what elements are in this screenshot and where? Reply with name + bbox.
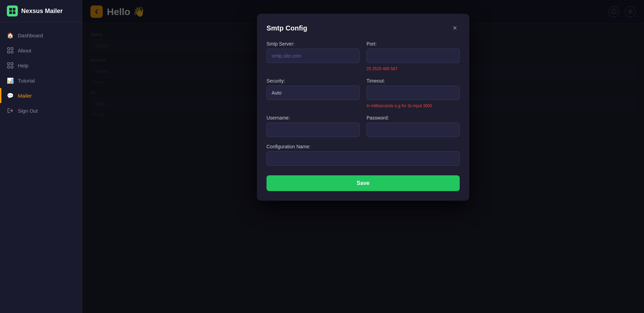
timeout-hint: In milliseconds e.g for 3s input 3000 bbox=[367, 103, 460, 108]
sidebar-label-tutorial: Tutorial bbox=[18, 78, 35, 84]
security-group: Security: Auto SSL/TLS STARTTLS None bbox=[267, 78, 360, 108]
logo-icon bbox=[7, 5, 18, 16]
svg-rect-7 bbox=[11, 51, 13, 53]
svg-rect-11 bbox=[11, 66, 13, 68]
svg-rect-2 bbox=[9, 11, 12, 14]
timeout-group: Timeout: 5000 In milliseconds e.g for 3s… bbox=[367, 78, 460, 108]
sidebar-item-tutorial[interactable]: 📊 Tutorial bbox=[0, 73, 82, 88]
port-hint: 25 2525 465 587 bbox=[367, 66, 460, 71]
config-name-input[interactable] bbox=[267, 151, 460, 166]
sidebar-label-signout: Sign Out bbox=[18, 108, 38, 114]
sidebar-item-mailer[interactable]: 💬 Mailer bbox=[0, 88, 82, 103]
sidebar-item-signout[interactable]: Sign Out bbox=[0, 103, 82, 118]
svg-rect-8 bbox=[8, 63, 10, 65]
modal-form-grid: Smtp Server: Port: 25 2525 465 587 Secur… bbox=[267, 41, 460, 166]
smtp-server-group: Smtp Server: bbox=[267, 41, 360, 71]
content-area: Hello 👋 Name bbox=[82, 0, 644, 313]
sidebar-logo: Nexsus Mailer bbox=[0, 0, 82, 22]
about-icon bbox=[7, 47, 14, 54]
help-icon bbox=[7, 62, 14, 69]
sidebar: Nexsus Mailer 🏠 Dashboard About bbox=[0, 0, 82, 313]
username-label: Username: bbox=[267, 115, 360, 121]
config-name-label: Configuration Name: bbox=[267, 144, 460, 149]
sidebar-item-about[interactable]: About bbox=[0, 43, 82, 58]
sidebar-label-help: Help bbox=[18, 63, 28, 68]
port-label: Port: bbox=[367, 41, 460, 47]
timeout-input[interactable]: 5000 bbox=[367, 86, 460, 100]
app-logo-text: Nexsus Mailer bbox=[21, 8, 63, 15]
security-select[interactable]: Auto SSL/TLS STARTTLS None bbox=[267, 86, 360, 100]
svg-rect-0 bbox=[9, 8, 12, 11]
username-group: Username: bbox=[267, 115, 360, 137]
svg-rect-5 bbox=[11, 48, 13, 50]
signout-icon bbox=[7, 107, 14, 114]
sidebar-label-mailer: Mailer bbox=[18, 93, 32, 99]
tutorial-icon: 📊 bbox=[7, 77, 14, 84]
mailer-icon: 💬 bbox=[7, 92, 14, 99]
svg-rect-9 bbox=[11, 63, 13, 65]
modal-close-button[interactable]: × bbox=[450, 23, 460, 33]
svg-rect-1 bbox=[13, 8, 15, 11]
modal-header: Smtp Config × bbox=[267, 23, 460, 33]
sidebar-item-help[interactable]: Help bbox=[0, 58, 82, 73]
config-name-group: Configuration Name: bbox=[267, 144, 460, 166]
smtp-server-label: Smtp Server: bbox=[267, 41, 360, 47]
svg-rect-4 bbox=[8, 48, 10, 50]
sidebar-label-about: About bbox=[18, 48, 31, 53]
svg-rect-10 bbox=[8, 66, 10, 68]
sidebar-item-dashboard[interactable]: 🏠 Dashboard bbox=[0, 28, 82, 43]
svg-rect-3 bbox=[13, 11, 15, 14]
username-input[interactable] bbox=[267, 123, 360, 137]
svg-rect-6 bbox=[8, 51, 10, 53]
timeout-label: Timeout: bbox=[367, 78, 460, 84]
port-input[interactable] bbox=[367, 49, 460, 63]
modal-title: Smtp Config bbox=[267, 24, 307, 32]
home-icon: 🏠 bbox=[7, 32, 14, 39]
modal-overlay: Smtp Config × Smtp Server: Port: 25 2525… bbox=[82, 0, 644, 313]
port-group: Port: 25 2525 465 587 bbox=[367, 41, 460, 71]
smtp-config-modal: Smtp Config × Smtp Server: Port: 25 2525… bbox=[257, 14, 469, 201]
password-input[interactable] bbox=[367, 123, 460, 137]
security-label: Security: bbox=[267, 78, 360, 84]
save-button[interactable]: Save bbox=[267, 175, 460, 191]
smtp-server-input[interactable] bbox=[267, 49, 360, 63]
password-group: Password: bbox=[367, 115, 460, 137]
sidebar-label-dashboard: Dashboard bbox=[18, 33, 43, 38]
sidebar-nav: 🏠 Dashboard About bbox=[0, 22, 82, 313]
password-label: Password: bbox=[367, 115, 460, 121]
